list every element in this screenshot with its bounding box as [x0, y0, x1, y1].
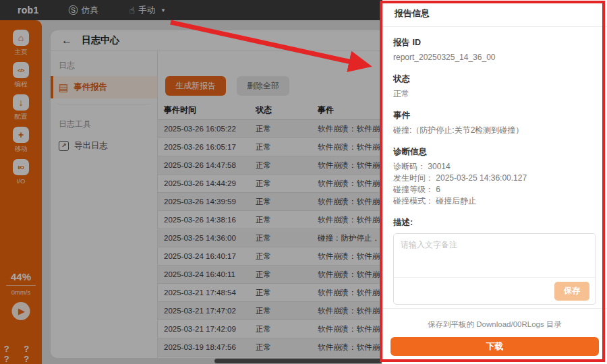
- diagnostic-field: 诊断信息 诊断码： 30014 发生时间： 2025-03-25 14:36:0…: [393, 146, 596, 207]
- panel-divider: [382, 308, 607, 309]
- diagnostic-label: 诊断信息: [393, 146, 596, 158]
- diag-code: 诊断码： 30014: [393, 161, 596, 173]
- report-info-panel: 报告信息 报告 ID report_20250325_14_36_00 状态 正…: [382, 0, 607, 364]
- report-id-value: report_20250325_14_36_00: [393, 52, 596, 63]
- diag-collision-level: 碰撞等级： 6: [393, 184, 596, 195]
- status-field: 状态 正常: [393, 73, 596, 100]
- report-id-label: 报告 ID: [393, 37, 596, 49]
- dim-overlay: [0, 0, 382, 364]
- description-input[interactable]: [394, 234, 596, 277]
- save-button[interactable]: 保存: [554, 282, 589, 301]
- description-field: 描述: 保存: [393, 217, 596, 305]
- event-field: 事件 碰撞:（防护停止:关节2检测到碰撞）: [393, 110, 596, 136]
- event-label: 事件: [393, 110, 596, 121]
- panel-title: 报告信息: [382, 0, 607, 27]
- status-value: 正常: [393, 88, 596, 100]
- status-label: 状态: [393, 73, 596, 85]
- app-root: rob1 Ⓢ 仿真 ☝ 手动 ▼ ⌂ 主页 </> 编程 ↓ 配置: [0, 0, 607, 364]
- save-path-note: 保存到平板的 Download/00RLogs 目录: [382, 320, 607, 330]
- download-button[interactable]: 下载: [391, 337, 599, 356]
- panel-bottom: 保存到平板的 Download/00RLogs 目录 下载: [382, 308, 607, 364]
- event-value: 碰撞:（防护停止:关节2检测到碰撞）: [393, 125, 596, 136]
- diag-time: 发生时间： 2025-03-25 14:36:00.127: [393, 173, 596, 184]
- diag-collision-mode: 碰撞模式： 碰撞后静止: [393, 195, 596, 207]
- description-label: 描述:: [393, 217, 596, 229]
- report-id-field: 报告 ID report_20250325_14_36_00: [393, 37, 596, 63]
- description-box: 保存: [393, 233, 596, 305]
- description-footer: 保存: [394, 277, 596, 304]
